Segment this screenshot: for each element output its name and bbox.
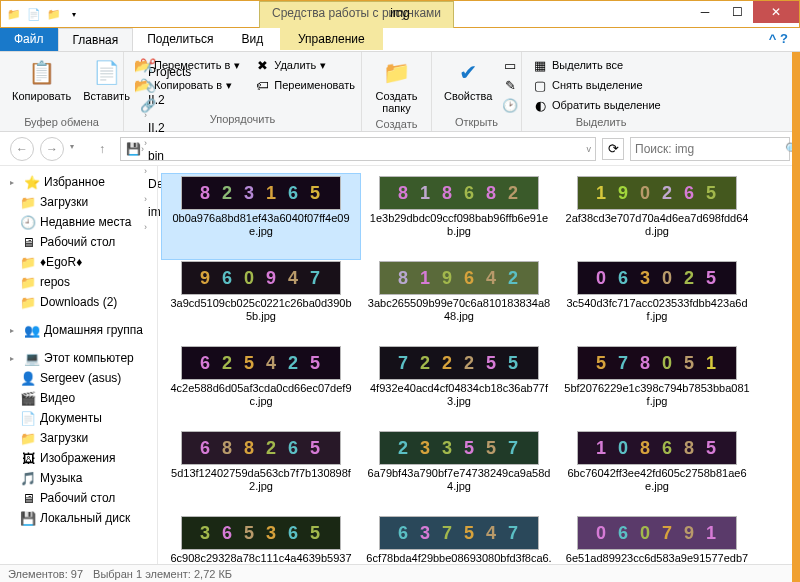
- video-icon: 🎬: [20, 390, 36, 406]
- file-thumbnail[interactable]: 8196423abc265509b99e70c6a810183834a848.j…: [360, 259, 558, 344]
- window-title: img: [300, 6, 500, 20]
- thumbnail-image: 960947: [181, 261, 341, 295]
- crumb-bin[interactable]: bin: [144, 149, 195, 163]
- select-all-button[interactable]: ▦Выделить все: [530, 56, 663, 74]
- nav-documents[interactable]: 📄Документы: [2, 408, 155, 428]
- qat-newfolder-icon[interactable]: 📁: [45, 5, 63, 23]
- selectall-icon: ▦: [532, 57, 548, 73]
- nav-localdisk[interactable]: 💾Локальный диск: [2, 508, 155, 528]
- file-list[interactable]: 8231650b0a976a8bd81ef43a6040f07ff4e09e.j…: [158, 166, 800, 564]
- invert-selection-button[interactable]: ◐Обратить выделение: [530, 96, 663, 114]
- thumbnail-image: 108685: [577, 431, 737, 465]
- select-none-button[interactable]: ▢Снять выделение: [530, 76, 663, 94]
- nav-desktop[interactable]: 🖥Рабочий стол: [2, 232, 155, 252]
- tab-view[interactable]: Вид: [227, 28, 277, 51]
- nav-repos[interactable]: 📁repos: [2, 272, 155, 292]
- qat-properties-icon[interactable]: 📄: [25, 5, 43, 23]
- move-to-button[interactable]: 📂Переместить в ▾: [132, 56, 242, 74]
- file-name: 6cf78bda4f29bbe08693080bfd3f8ca6.jpg: [362, 552, 556, 564]
- tab-manage[interactable]: Управление: [280, 28, 383, 50]
- folder-icon: 📁: [20, 294, 36, 310]
- file-thumbnail[interactable]: 5780515bf2076229e1c398c794b7853bba081f.j…: [558, 344, 756, 429]
- search-input[interactable]: [635, 142, 785, 156]
- tab-file[interactable]: Файл: [0, 28, 58, 51]
- nav-desktop2[interactable]: 🖥Рабочий стол: [2, 488, 155, 508]
- delete-icon: ✖: [254, 57, 270, 73]
- file-thumbnail[interactable]: 0630253c540d3fc717acc023533fdbb423a6df.j…: [558, 259, 756, 344]
- file-name: 5bf2076229e1c398c794b7853bba081f.jpg: [560, 382, 754, 408]
- properties-button[interactable]: ✔ Свойства: [440, 56, 496, 104]
- file-thumbnail[interactable]: 8231650b0a976a8bd81ef43a6040f07ff4e09e.j…: [162, 174, 360, 259]
- rename-button[interactable]: 🏷Переименовать: [252, 76, 357, 94]
- search-box[interactable]: 🔍: [630, 137, 790, 161]
- tab-home[interactable]: Главная: [58, 28, 134, 51]
- back-button[interactable]: ←: [10, 137, 34, 161]
- main-area: ▸⭐Избранное 📁Загрузки 🕘Недавние места 🖥Р…: [0, 166, 800, 564]
- navigation-pane: ▸⭐Избранное 📁Загрузки 🕘Недавние места 🖥Р…: [0, 166, 158, 564]
- file-name: 6bc76042ff3ee42fd605c2758b81ae6e.jpg: [560, 467, 754, 493]
- maximize-button[interactable]: ☐: [721, 1, 753, 23]
- copy-to-button[interactable]: 📂Копировать в ▾: [132, 76, 242, 94]
- file-name: 0b0a976a8bd81ef43a6040f07ff4e09e.jpg: [164, 212, 358, 238]
- file-thumbnail[interactable]: 9609473a9cd5109cb025c0221c26ba0d390b5b.j…: [162, 259, 360, 344]
- nav-downloads[interactable]: 📁Загрузки: [2, 192, 155, 212]
- nav-music[interactable]: 🎵Музыка: [2, 468, 155, 488]
- copy-button[interactable]: 📋 Копировать: [8, 56, 75, 104]
- recent-icon: 🕘: [20, 214, 36, 230]
- drive-icon: 💾: [125, 141, 141, 157]
- file-name: 5d13f12402759da563cb7f7b130898f2.jpg: [164, 467, 358, 493]
- forward-button[interactable]: →: [40, 137, 64, 161]
- file-thumbnail[interactable]: 8186821e3b29dbdc09ccf098bab96ffb6e91eb.j…: [360, 174, 558, 259]
- qat-dropdown-icon[interactable]: ▾: [65, 5, 83, 23]
- nav-recent[interactable]: 🕘Недавние места: [2, 212, 155, 232]
- nav-favorites[interactable]: ▸⭐Избранное: [2, 172, 155, 192]
- desktop-icon: 🖥: [20, 490, 36, 506]
- edit-button[interactable]: ✎: [500, 76, 520, 94]
- ribbon-tabs: Файл Главная Поделиться Вид Управление ^…: [0, 28, 800, 52]
- file-thumbnail[interactable]: 6375476cf78bda4f29bbe08693080bfd3f8ca6.j…: [360, 514, 558, 564]
- nav-thispc[interactable]: ▸💻Этот компьютер: [2, 348, 155, 368]
- help-button[interactable]: ^ ?: [757, 28, 800, 51]
- new-folder-button[interactable]: 📁 Создать папку: [370, 56, 423, 116]
- refresh-button[interactable]: ⟳: [602, 138, 624, 160]
- nav-downloads3[interactable]: 📁Загрузки: [2, 428, 155, 448]
- file-name: 6c908c29328a78c111c4a4639b5937e2.jpg: [164, 552, 358, 564]
- nav-video[interactable]: 🎬Видео: [2, 388, 155, 408]
- folder-icon: 📁: [20, 430, 36, 446]
- group-clipboard-label: Буфер обмена: [8, 114, 115, 130]
- delete-button[interactable]: ✖Удалить ▾: [252, 56, 357, 74]
- breadcrumb-dropdown[interactable]: v: [587, 144, 592, 154]
- group-open-label: Открыть: [440, 114, 513, 130]
- tab-share[interactable]: Поделиться: [133, 28, 227, 51]
- file-thumbnail[interactable]: 6882655d13f12402759da563cb7f7b130898f2.j…: [162, 429, 360, 514]
- user-icon: 👤: [20, 370, 36, 386]
- open-button[interactable]: ▭: [500, 56, 520, 74]
- group-create-label: Создать: [370, 116, 423, 132]
- history-button[interactable]: 🕑: [500, 96, 520, 114]
- paste-icon: 📄: [92, 58, 122, 88]
- file-thumbnail[interactable]: 1086856bc76042ff3ee42fd605c2758b81ae6e.j…: [558, 429, 756, 514]
- window-border: [792, 28, 800, 582]
- recent-locations-button[interactable]: ▾: [70, 142, 84, 156]
- nav-egor[interactable]: 📁♦EgoR♦: [2, 252, 155, 272]
- file-thumbnail[interactable]: 2335576a79bf43a790bf7e74738249ca9a58d4.j…: [360, 429, 558, 514]
- star-icon: ⭐: [24, 174, 40, 190]
- close-button[interactable]: ✕: [753, 1, 799, 23]
- thumbnail-image: 688265: [181, 431, 341, 465]
- file-thumbnail[interactable]: 6254254c2e588d6d05af3cda0cd66ec07def9c.j…: [162, 344, 360, 429]
- documents-icon: 📄: [20, 410, 36, 426]
- up-button[interactable]: ↑: [90, 137, 114, 161]
- rename-icon: 🏷: [254, 77, 270, 93]
- open-icon: ▭: [502, 57, 518, 73]
- nav-downloads2[interactable]: 📁Downloads (2): [2, 292, 155, 312]
- thumbnail-image: 637547: [379, 516, 539, 550]
- file-thumbnail[interactable]: 3653656c908c29328a78c111c4a4639b5937e2.j…: [162, 514, 360, 564]
- minimize-button[interactable]: ─: [689, 1, 721, 23]
- file-thumbnail[interactable]: 0607916e51ad89923cc6d583a9e91577edb75f.j…: [558, 514, 756, 564]
- file-thumbnail[interactable]: 7222554f932e40acd4cf04834cb18c36ab77f3.j…: [360, 344, 558, 429]
- file-thumbnail[interactable]: 1902652af38cd3e707d70a4d6ea7d698fdd64d.j…: [558, 174, 756, 259]
- breadcrumb[interactable]: 💾 › Projects›II.2›II.2›bin›Debug›img› v: [120, 137, 596, 161]
- nav-sergeev[interactable]: 👤Sergeev (asus): [2, 368, 155, 388]
- nav-homegroup[interactable]: ▸👥Домашняя группа: [2, 320, 155, 340]
- nav-pictures[interactable]: 🖼Изображения: [2, 448, 155, 468]
